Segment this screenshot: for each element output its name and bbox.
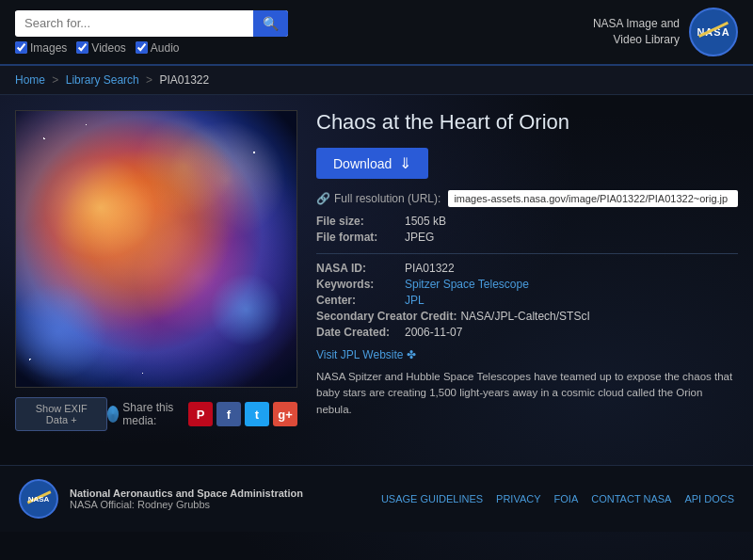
share-pinterest-button[interactable]: P	[188, 402, 213, 426]
visit-jpl-link[interactable]: Visit JPL Website ✤	[316, 348, 738, 361]
nasa-title-line2: Video Library	[593, 32, 680, 48]
breadcrumb: Home > Library Search > PIA01322	[0, 66, 753, 95]
download-icon: ⇓	[399, 154, 411, 172]
breadcrumb-sep2: >	[146, 73, 155, 87]
breadcrumb-sep1: >	[52, 73, 61, 87]
search-area: 🔍 Images Videos Audio	[15, 10, 288, 55]
footer-nasa-meatball: NASA	[19, 479, 58, 519]
secondary-creator-value: NASA/JPL-Caltech/STScI	[460, 310, 589, 323]
share-googleplus-button[interactable]: g+	[273, 402, 297, 426]
footer-meatball-text: NASA	[28, 495, 50, 504]
footer-link-usage[interactable]: USAGE GUIDELINES	[381, 493, 483, 504]
nebula-stars	[16, 111, 296, 387]
share-facebook-button[interactable]: f	[216, 402, 241, 426]
date-created-label: Date Created:	[316, 326, 401, 339]
footer-link-contact[interactable]: CONTACT NASA	[591, 493, 671, 504]
keywords-value: Spitzer Space Telescope	[405, 278, 529, 291]
full-res-label: 🔗 Full resolution (URL):	[316, 192, 441, 205]
breadcrumb-library-search[interactable]: Library Search	[66, 73, 139, 87]
footer-links: USAGE GUIDELINES PRIVACY FOIA CONTACT NA…	[381, 493, 734, 504]
search-button[interactable]: 🔍	[253, 10, 288, 37]
image-panel: Show EXIF Data + Share this media: P f t…	[15, 110, 297, 431]
filter-videos[interactable]: Videos	[76, 41, 125, 55]
nasa-meatball: NASA	[689, 8, 738, 56]
nasa-title-line1: NASA Image and	[593, 16, 680, 32]
page-title: Chaos at the Heart of Orion	[316, 110, 738, 135]
description-text: NASA Spitzer and Hubble Space Telescopes…	[316, 369, 738, 418]
meta-row-secondary-creator: Secondary Creator Credit: NASA/JPL-Calte…	[316, 310, 738, 323]
main-content: Show EXIF Data + Share this media: P f t…	[0, 95, 753, 446]
search-icon: 🔍	[263, 16, 279, 31]
nasa-logo-text: NASA Image and Video Library	[593, 16, 680, 48]
footer-left: NASA National Aeronautics and Space Admi…	[19, 479, 303, 519]
file-format-label: File format:	[316, 231, 401, 244]
file-size-label: File size:	[316, 215, 401, 228]
footer-link-foia[interactable]: FOIA	[554, 493, 579, 504]
secondary-creator-label: Secondary Creator Credit:	[316, 310, 457, 323]
file-size-value: 1505 kB	[405, 215, 446, 228]
breadcrumb-current: PIA01322	[159, 73, 209, 87]
share-area: Share this media: P f t g+	[107, 401, 297, 427]
center-value: JPL	[405, 294, 425, 307]
meta-row-filesize: File size: 1505 kB	[316, 215, 738, 228]
meta-table: File size: 1505 kB File format: JPEG	[316, 215, 738, 244]
center-label: Center:	[316, 294, 401, 307]
nasa-id-value: PIA01322	[405, 262, 455, 275]
download-button[interactable]: Download ⇓	[316, 148, 428, 179]
footer-link-privacy[interactable]: PRIVACY	[496, 493, 540, 504]
meta-row-center: Center: JPL	[316, 294, 738, 307]
details-panel: Chaos at the Heart of Orion Download ⇓ 🔗…	[316, 110, 738, 431]
link-icon: 🔗	[316, 192, 330, 205]
search-filters: Images Videos Audio	[15, 41, 288, 55]
footer-org-name: National Aeronautics and Space Administr…	[70, 488, 303, 499]
full-res-row: 🔗 Full resolution (URL): images-assets.n…	[316, 190, 738, 207]
meta-row-date: Date Created: 2006-11-07	[316, 326, 738, 339]
filter-images[interactable]: Images	[15, 41, 67, 55]
footer-link-api[interactable]: API DOCS	[684, 493, 734, 504]
full-res-url: images-assets.nasa.gov/image/PIA01322/PI…	[448, 190, 738, 207]
footer-official: NASA Official: Rodney Grubbs	[70, 499, 303, 510]
nasa-meatball-text: NASA	[697, 26, 729, 38]
meta-row-nasaid: NASA ID: PIA01322	[316, 262, 738, 275]
share-globe-icon	[107, 406, 119, 423]
share-twitter-button[interactable]: t	[245, 402, 269, 426]
center-link[interactable]: JPL	[405, 294, 425, 307]
separator-1	[316, 253, 738, 254]
show-exif-button[interactable]: Show EXIF Data +	[15, 397, 107, 431]
keywords-link[interactable]: Spitzer Space Telescope	[405, 278, 529, 291]
meta-table-ids: NASA ID: PIA01322 Keywords: Spitzer Spac…	[316, 262, 738, 339]
header: 🔍 Images Videos Audio NASA Image and Vid…	[0, 0, 753, 66]
share-label: Share this media:	[107, 401, 181, 427]
nebula-image	[15, 110, 297, 388]
meta-row-keywords: Keywords: Spitzer Space Telescope	[316, 278, 738, 291]
filter-audio[interactable]: Audio	[136, 41, 180, 55]
search-bar: 🔍	[15, 10, 288, 37]
download-label: Download	[333, 156, 392, 171]
nasa-id-label: NASA ID:	[316, 262, 401, 275]
meta-row-fileformat: File format: JPEG	[316, 231, 738, 244]
breadcrumb-home[interactable]: Home	[15, 73, 45, 87]
bottom-row: Show EXIF Data + Share this media: P f t…	[15, 388, 297, 431]
footer-org: National Aeronautics and Space Administr…	[70, 488, 303, 510]
keywords-label: Keywords:	[316, 278, 401, 291]
date-created-value: 2006-11-07	[405, 326, 462, 339]
search-input[interactable]	[15, 11, 253, 35]
footer: NASA National Aeronautics and Space Admi…	[0, 465, 753, 532]
share-icons: P f t g+	[188, 402, 297, 426]
nasa-logo-area: NASA Image and Video Library NASA	[593, 8, 738, 56]
file-format-value: JPEG	[405, 231, 434, 244]
